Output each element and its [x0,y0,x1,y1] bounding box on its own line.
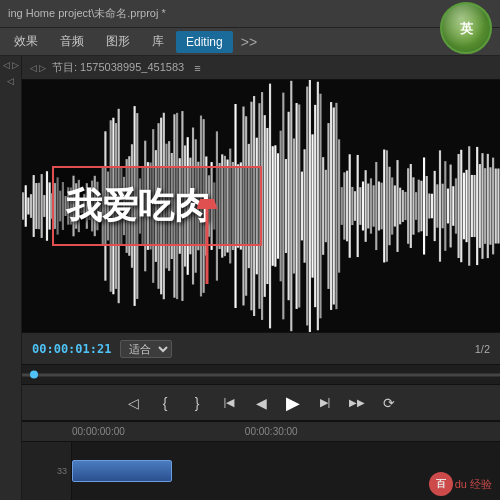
panel-menu-icon[interactable]: ≡ [194,62,200,74]
control-bar: 00:00:01:21 适合 1/2 [22,332,500,364]
next-frame-button[interactable]: } [186,392,208,414]
menu-item-effects[interactable]: 效果 [4,29,48,54]
step-back-button[interactable]: ◀ [250,392,272,414]
baidu-watermark: 百 du 经验 [429,472,492,496]
left-sidebar: ◁ ▷ ◁ [0,56,22,500]
baidu-logo-icon: 百 [429,472,453,496]
fit-selector: 适合 [120,340,172,358]
progress-thumb[interactable] [30,371,38,379]
timeline-header: 00:00:00:00 00:00:30:00 [22,422,500,442]
page-indicator: 1/2 [475,343,490,355]
go-start-button[interactable]: |◀ [218,392,240,414]
progress-track [22,373,500,376]
panel-header: ◁ ▷ 节目: 1575038995_451583 ≡ [22,56,500,80]
badge-inner: 英 [442,4,490,52]
menu-item-library[interactable]: 库 [142,29,174,54]
menu-more-icon[interactable]: >> [235,30,263,54]
preview-panel: ◁ ▷ 节目: 1575038995_451583 ≡ 我爱吃肉 [22,56,500,500]
red-arrow-icon [177,199,237,289]
sidebar-chevron[interactable]: ◁ [7,76,14,86]
panel-title: 节目: 1575038995_451583 [52,60,184,75]
panel-arrow-right[interactable]: ▷ [39,63,46,73]
sidebar-arrow-right[interactable]: ▷ [12,60,19,70]
loop-button[interactable]: ⟳ [378,392,400,414]
main-area: ◁ ▷ ◁ ◁ ▷ 节目: 1575038995_451583 ≡ 我爱吃肉 [0,56,500,500]
go-end-button[interactable]: ▶▶ [346,392,368,414]
language-badge[interactable]: 英 [440,2,492,54]
timeline-ts-mid: 00:00:30:00 [245,426,298,437]
play-button[interactable]: ▶ [282,392,304,414]
window-title: ing Home project\未命名.prproj * [8,6,492,21]
progress-area[interactable] [22,364,500,384]
step-fwd-button[interactable]: ▶| [314,392,336,414]
arrow-annotation [177,199,237,292]
preview-canvas: 我爱吃肉 [22,80,500,332]
prev-frame-button[interactable]: { [154,392,176,414]
menu-bar: 效果 音频 图形 库 Editing >> [0,28,500,56]
timeline-clip[interactable] [72,460,172,482]
menu-item-audio[interactable]: 音频 [50,29,94,54]
sidebar-arrows: ◁ ▷ [3,60,19,70]
top-bar: ing Home project\未命名.prproj * 英 [0,0,500,28]
baidu-text: du 经验 [455,477,492,492]
menu-item-editing[interactable]: Editing [176,31,233,53]
playback-controls: ◁ { } |◀ ◀ ▶ ▶| ▶▶ ⟳ [22,384,500,420]
timecode-display[interactable]: 00:00:01:21 [32,342,112,356]
mark-in-button[interactable]: ◁ [122,392,144,414]
menu-item-graphics[interactable]: 图形 [96,29,140,54]
badge-text: 英 [460,22,473,35]
fit-dropdown[interactable]: 适合 [120,340,172,358]
timeline-ts-start: 00:00:00:00 [72,426,125,437]
panel-nav-arrows: ◁ ▷ [30,63,46,73]
panel-arrow-left[interactable]: ◁ [30,63,37,73]
sidebar-arrow-left[interactable]: ◁ [3,60,10,70]
timeline-track-label: 33 [22,442,72,500]
